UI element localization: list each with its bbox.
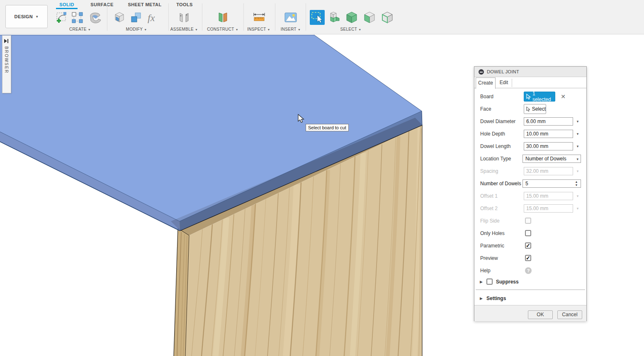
- tab-sheet-metal[interactable]: SHEET METAL: [126, 0, 164, 9]
- create-selection-set-icon[interactable]: [70, 11, 84, 24]
- stepper-down-icon[interactable]: ▼: [574, 184, 579, 187]
- dowel-length-input[interactable]: 30.00 mm: [524, 142, 573, 150]
- tab-separator: [512, 79, 512, 87]
- offset-1-input: 15.00 mm: [524, 192, 573, 200]
- toolbar-separator: [202, 3, 202, 31]
- chevron-down-icon: ▼: [267, 28, 270, 31]
- dropdown-arrow-icon: ▾: [576, 155, 578, 163]
- select-priority-face-icon[interactable]: [363, 11, 376, 24]
- dialog-tabbar: Create Edit: [474, 77, 586, 88]
- flip-side-checkbox: [525, 218, 531, 224]
- cursor-tooltip: Select board to cut: [306, 124, 349, 131]
- ok-button[interactable]: OK: [528, 310, 553, 319]
- create-sketch-icon[interactable]: [55, 11, 68, 24]
- select-window-icon[interactable]: [310, 10, 325, 25]
- browser-panel-collapsed[interactable]: BROWSER: [2, 35, 11, 93]
- board-selected-button[interactable]: 1 selected: [524, 92, 555, 102]
- select-priority-body-icon[interactable]: [328, 11, 341, 24]
- hole-depth-input[interactable]: 10.00 mm: [524, 130, 573, 138]
- dropdown-arrow-icon: ▾: [575, 167, 581, 175]
- dialog-grip-icon: [479, 69, 484, 75]
- toolbar-separator: [168, 3, 169, 31]
- chevron-down-icon: ▼: [144, 28, 147, 31]
- row-offset-1: Offset 1 15.00 mm ▾: [474, 190, 586, 202]
- design-menu-button[interactable]: DESIGN ▼: [5, 5, 48, 28]
- row-location-type: Location Type Number of Dowels ▾: [474, 153, 586, 165]
- tab-tools[interactable]: TOOLS: [173, 0, 197, 9]
- create-form-icon[interactable]: [88, 11, 103, 24]
- group-select[interactable]: SELECT▼: [336, 27, 365, 32]
- toolbar-separator: [243, 3, 244, 31]
- row-flip-side: Flip Side: [474, 215, 586, 227]
- expand-suppress-icon[interactable]: ▶: [480, 280, 483, 284]
- chevron-down-icon: ▼: [195, 28, 198, 31]
- face-select-button[interactable]: Select: [524, 104, 546, 114]
- modify-fillet-icon[interactable]: [113, 11, 126, 24]
- parametric-checkbox[interactable]: ✓: [525, 242, 531, 249]
- suppress-label: Suppress: [496, 276, 519, 288]
- dropdown-arrow-icon[interactable]: ▾: [575, 117, 581, 126]
- browser-panel-label: BROWSER: [4, 46, 9, 74]
- expand-settings-icon[interactable]: ▶: [480, 296, 483, 300]
- design-menu-label: DESIGN: [15, 14, 33, 19]
- number-of-dowels-stepper[interactable]: 5 ▲ ▼: [522, 179, 581, 188]
- modify-combine-icon[interactable]: [129, 11, 143, 24]
- row-face: Face Select: [474, 103, 586, 115]
- tab-surface[interactable]: SURFACE: [86, 0, 118, 9]
- dialog-title: DOWEL JOINT: [487, 67, 519, 77]
- dialog-header[interactable]: DOWEL JOINT: [474, 67, 586, 77]
- assemble-joint-icon[interactable]: [177, 11, 191, 24]
- group-assemble[interactable]: ASSEMBLE▼: [168, 27, 201, 32]
- face-label: Face: [480, 103, 522, 115]
- fusion-window: DESIGN ▼ SOLID SURFACE SHEET METAL TOOLS: [0, 0, 644, 356]
- suppress-checkbox[interactable]: [486, 279, 493, 285]
- inspect-measure-icon[interactable]: [252, 11, 266, 24]
- expand-browser-icon: [4, 39, 9, 43]
- row-help: Help ?: [474, 264, 586, 277]
- chevron-down-icon: ▼: [236, 28, 238, 31]
- select-priority-edge-icon[interactable]: [381, 11, 394, 24]
- stepper-up-icon[interactable]: ▲: [574, 180, 579, 184]
- location-type-select[interactable]: Number of Dowels ▾: [522, 155, 581, 163]
- preview-checkbox[interactable]: ✓: [525, 255, 531, 261]
- row-parametric: Parametric ✓: [474, 240, 586, 252]
- chevron-down-icon: ▼: [358, 28, 361, 31]
- dropdown-arrow-icon: ▾: [575, 204, 581, 213]
- change-parameters-icon[interactable]: fx: [146, 11, 161, 24]
- dialog-tab-edit[interactable]: Edit: [496, 77, 511, 88]
- row-only-holes: Only Holes: [474, 227, 586, 240]
- active-tab-underline: [56, 8, 78, 9]
- toolbar-separator: [107, 3, 107, 31]
- dropdown-arrow-icon[interactable]: ▾: [575, 142, 581, 150]
- toolbar-separator: [306, 3, 306, 31]
- toolbar-separator: [275, 3, 275, 31]
- cancel-button[interactable]: Cancel: [557, 310, 582, 319]
- settings-label: Settings: [486, 293, 506, 305]
- dialog-footer: OK Cancel: [474, 305, 586, 321]
- row-dowel-length: Dowel Length 30.00 mm ▾: [474, 140, 586, 153]
- dropdown-arrow-icon[interactable]: ▾: [575, 130, 581, 138]
- group-inspect[interactable]: INSPECT▼: [244, 27, 273, 32]
- group-insert[interactable]: INSERT▼: [276, 27, 305, 32]
- stepper-arrows[interactable]: ▲ ▼: [574, 180, 579, 188]
- row-dowel-diameter: Dowel Diameter 6.00 mm ▾: [474, 115, 586, 128]
- construct-plane-icon[interactable]: [216, 11, 230, 24]
- suppress-section: ▶ Suppress: [474, 276, 586, 288]
- insert-canvas-icon[interactable]: [284, 11, 298, 24]
- dialog-tab-create[interactable]: Create: [476, 77, 496, 89]
- clear-selection-icon[interactable]: ✕: [560, 92, 566, 101]
- row-board: Board 1 selected ✕: [474, 90, 586, 103]
- settings-section: ▶ Settings: [474, 293, 586, 305]
- group-create[interactable]: CREATE▼: [66, 27, 95, 32]
- group-construct[interactable]: CONSTRUCT▼: [204, 27, 241, 32]
- row-preview: Preview ✓: [474, 252, 586, 264]
- group-modify[interactable]: MODIFY▼: [122, 27, 151, 32]
- only-holes-checkbox[interactable]: [525, 230, 531, 236]
- row-spacing: Spacing 32.00 mm ▾: [474, 165, 586, 177]
- section-divider: [476, 289, 585, 290]
- cursor-icon: [526, 94, 531, 100]
- dowel-diameter-input[interactable]: 6.00 mm: [524, 117, 573, 126]
- chevron-down-icon: ▼: [35, 15, 39, 19]
- help-icon[interactable]: ?: [525, 267, 532, 274]
- select-priority-solid-icon[interactable]: [345, 11, 358, 24]
